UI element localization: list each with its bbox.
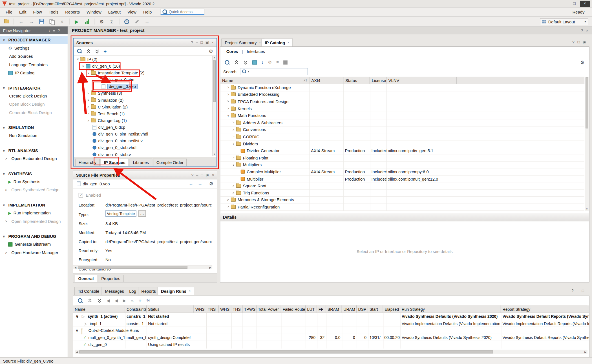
expander-icon[interactable]: ∨ [86,71,91,75]
run-row-mult-gen-0-synth-1[interactable]: ✓ mult_gen_0_synth_1 mult_gen_0 synth_de… [73,334,589,341]
collapse-all-icon[interactable] [234,60,239,65]
ip-vertical-scrollbar[interactable]: ∨ [585,77,589,211]
ip-row-partial-reconfiguration[interactable]: >Partial Reconfiguration [220,203,584,210]
scroll-right-icon[interactable]: ▶ [208,265,212,269]
ip-row-multiplier[interactable]: Multiplier Production Included xilinx.co… [220,176,584,183]
tree-node-change-log[interactable]: > Change Log (1) [74,117,212,124]
menu-tools[interactable]: Tools [45,8,62,15]
fast-forward-icon[interactable]: » [131,298,134,303]
tree-node-test-bench[interactable]: > Test Bench (1) [74,110,212,117]
menu-view[interactable]: View [124,8,140,15]
nav-section-project-manager[interactable]: ∨ PROJECT MANAGER [0,36,68,44]
save-icon[interactable] [37,18,46,25]
window-minimize-button[interactable]: – [559,1,569,6]
settings-gear-icon[interactable]: ⚙ [98,18,106,25]
tree-node-instantiation-template[interactable]: ∨ Instantiation Template (2) [74,70,212,76]
ip-row-divider-generator[interactable]: Divider Generator AXI4-Stream Production… [220,147,584,154]
menu-flow[interactable]: Flow [30,8,45,15]
ip-row-square-root[interactable]: >Square Root [220,183,584,190]
add-run-icon[interactable]: + [138,298,142,303]
minimize-icon[interactable]: – [63,28,65,33]
expander-icon[interactable]: ∨ [226,114,231,117]
ip-row-math-functions[interactable]: ∨Math Functions [220,112,584,119]
redo-icon[interactable]: → [27,18,35,25]
pause-icon[interactable]: ◀ [115,298,118,303]
scroll-up-icon[interactable]: ∧ [213,56,216,59]
layout-selector[interactable]: Default Layout ▾ [540,18,588,25]
tab-tcl-console[interactable]: Tcl Console [74,287,103,295]
nav-section-implementation[interactable]: ∨ IMPLEMENTATION [0,201,68,209]
play-icon[interactable]: ▶ [123,298,126,303]
column-axi4[interactable]: AXI4 [310,77,344,84]
flow-steps-icon[interactable] [83,18,91,25]
close-icon[interactable]: × [259,41,261,45]
expander-icon[interactable]: > [231,184,236,187]
tab-hierarchy[interactable]: Hierarchy [75,159,100,166]
more-button[interactable]: … [138,210,146,217]
column-name[interactable]: Name ∧1 [220,77,309,84]
forward-icon[interactable]: → [198,181,202,187]
expander-icon[interactable]: > [231,156,236,159]
gear-icon[interactable]: ⚙ [209,181,214,187]
tab-ip-catalog[interactable]: IP Catalog × [261,39,293,47]
nav-item-run-implementation[interactable]: ▶ Run Implementation [0,209,68,217]
enabled-checkbox[interactable]: ✓ [79,193,83,197]
close-icon[interactable]: × [212,40,214,45]
column-vlnv[interactable]: VLNV [386,77,457,84]
sum-icon[interactable]: Σ [108,18,116,25]
expander-icon[interactable]: ∨ [80,65,86,68]
run-row-impl-1[interactable]: ▷ impl_1 constrs_1 Not started Vivado Im… [73,320,589,327]
tree-node-sim-netlist-vhdl[interactable]: div_gen_0_sim_netlist.vhdl [74,131,212,137]
scrollbar-thumb[interactable] [586,77,588,128]
ip-row-dynamic-function-exchange[interactable]: >Dynamic Function eXchange [220,84,584,91]
delete-icon[interactable]: × [58,18,66,25]
expander-icon[interactable]: > [226,198,231,201]
nav-item-run-simulation[interactable]: Run Simulation [0,131,68,139]
scrollbar-thumb[interactable] [79,350,493,354]
menu-reports[interactable]: Reports [62,8,83,15]
gear-icon[interactable]: ⚙ [580,59,585,65]
scroll-left-icon[interactable]: ◀ [73,265,78,269]
ip-row-memories-storage[interactable]: >Memories & Storage Elements [220,197,584,204]
tab-project-summary[interactable]: Project Summary × [221,39,264,47]
collapse-all-icon[interactable] [88,298,92,303]
nav-item-language-templates[interactable]: Language Templates [0,60,68,68]
open-folder-icon[interactable] [2,18,10,25]
minimize-icon[interactable]: – [577,288,579,293]
menu-edit[interactable]: Edit [16,8,30,15]
nav-item-add-sources[interactable]: Add Sources [0,52,68,60]
details-toggle-icon[interactable] [283,60,288,65]
settings-wrench-icon[interactable]: ⚙ [268,60,272,65]
menu-window[interactable]: Window [83,8,105,15]
ip-row-dividers[interactable]: ∨Dividers [220,140,584,147]
close-icon[interactable]: × [212,173,214,177]
nav-item-ip-catalog[interactable]: IP Catalog [0,69,68,77]
scroll-right-icon[interactable]: ▶ [583,350,587,354]
help-icon[interactable]: ? [581,28,583,32]
gear-icon[interactable]: ⚙ [209,48,213,54]
expand-all-icon[interactable] [97,298,101,303]
scrollbar-thumb[interactable] [213,60,216,102]
nav-section-program-and-debug[interactable]: ∨ PROGRAM AND DEBUG [0,233,68,240]
percent-icon[interactable]: % [147,298,150,303]
ip-row-multipliers[interactable]: ∨Multipliers [220,161,584,168]
help-icon[interactable]: ? [571,288,573,293]
close-icon[interactable]: × [586,28,588,32]
help-icon[interactable]: ? [572,40,574,44]
menu-icon[interactable]: ≡ [53,28,55,33]
nav-section-rtl-analysis[interactable]: ∨ RTL ANALYSIS [0,147,68,154]
nav-item-settings[interactable]: ⚙ Settings [0,44,68,52]
nav-section-ip-integrator[interactable]: ∨ IP INTEGRATOR [0,84,68,92]
expander-icon[interactable]: ∨ [75,57,81,61]
back-icon[interactable]: ← [189,181,193,187]
dock-icon[interactable]: ↕ [48,28,50,33]
expander-icon[interactable]: > [86,119,91,122]
maximize-icon[interactable]: □ [201,173,203,177]
tree-node-c-simulation[interactable]: > C Simulation (2) [74,103,212,110]
expand-all-icon[interactable] [243,60,248,65]
interface-icon[interactable]: ↕ [261,60,263,65]
run-row-ooc-group[interactable]: ∨ Out-of-Context Module Runs [73,327,589,334]
tree-node-synthesis[interactable]: > Synthesis (3) [74,90,212,97]
nav-section-synthesis[interactable]: ∨ SYNTHESIS [0,170,68,177]
quick-access-search[interactable] [160,9,204,15]
